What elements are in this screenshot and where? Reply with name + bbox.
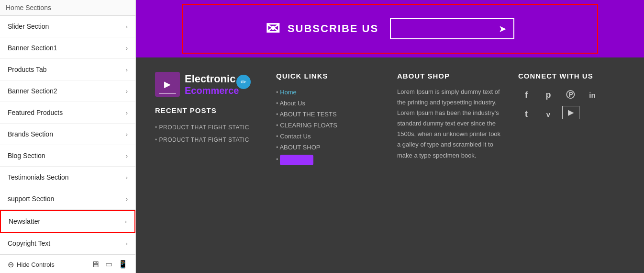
- sidebar-item-copyright-text[interactable]: Copyright Text›: [0, 233, 135, 254]
- contact-link-anchor[interactable]: Contact Us: [280, 133, 311, 140]
- subscribe-banner: ✉ SUBSCRIBE US ➤: [136, 0, 644, 57]
- sidebar-item-slider-section[interactable]: Slider Section›: [0, 16, 135, 37]
- sidebar-item-label: Banner Section2: [8, 87, 57, 95]
- sidebar-item-label: Brands Section: [8, 130, 53, 138]
- footer-quick-links-col: QUICK LINKS Home About Us ABOUT THE TEST…: [276, 72, 383, 259]
- sidebar-item-label: Blog Section: [8, 152, 45, 159]
- brand-logo: ▶ Electronic Ecommerce ✏: [155, 72, 262, 97]
- quick-link-about[interactable]: About Us: [276, 98, 383, 109]
- brand-name-sub: Ecommerce: [185, 85, 239, 96]
- sidebar-items: Slider Section›Banner Section1›Products …: [0, 16, 135, 254]
- sidebar-item-label: Slider Section: [8, 23, 49, 30]
- instagram-icon[interactable]: Ⓟ: [562, 87, 578, 103]
- quick-links-list: Home About Us ABOUT THE TESTS CLEARING F…: [276, 87, 383, 167]
- sidebar-item-label: Banner Section1: [8, 44, 57, 52]
- desktop-view-icon[interactable]: 🖥: [91, 260, 100, 270]
- main-content: ✉ SUBSCRIBE US ➤ ▶ Electronic Ecommerce: [136, 0, 644, 273]
- chevron-icon: ›: [126, 240, 128, 247]
- recent-post-item-2: PRODUCT THAT FIGHT STATIC: [155, 134, 262, 146]
- sidebar-item-label: Featured Products: [8, 109, 63, 116]
- subscribe-label: SUBSCRIBE US: [288, 23, 378, 35]
- quick-link-blob: [276, 153, 383, 167]
- recent-post-item-1: PRODUCT THAT FIGHT STATIC: [155, 121, 262, 134]
- youtube-icon[interactable]: ▶: [562, 106, 579, 119]
- chevron-icon: ›: [126, 152, 128, 159]
- subscribe-title: ✉ SUBSCRIBE US: [266, 19, 378, 39]
- sidebar-item-blog-section[interactable]: Blog Section›: [0, 145, 135, 167]
- mobile-view-icon[interactable]: 📱: [118, 260, 128, 270]
- sidebar-header: Home Sections: [0, 0, 135, 16]
- sidebar-item-products-tab[interactable]: Products Tab›: [0, 59, 135, 80]
- about-link-anchor[interactable]: About Us: [279, 100, 305, 107]
- sidebar-item-brands-section[interactable]: Brands Section›: [0, 124, 135, 145]
- mail-icon: ✉: [266, 19, 281, 39]
- brand-name-main: Electronic: [185, 73, 239, 85]
- sidebar-item-newslatter[interactable]: Newslatter›: [0, 210, 135, 233]
- sidebar-item-label: Testimonials Section: [8, 173, 69, 181]
- monitor-line: [159, 93, 176, 94]
- sidebar-item-label: Copyright Text: [8, 239, 50, 247]
- footer: ▶ Electronic Ecommerce ✏ RECENT POSTS PR…: [136, 57, 644, 273]
- subscribe-input[interactable]: [398, 25, 493, 33]
- hide-controls-label: Hide Controls: [17, 261, 55, 268]
- connect-heading: CONNECT WITH US: [518, 72, 625, 80]
- view-toggle-icons: 🖥 ▭ 📱: [91, 260, 128, 270]
- send-icon[interactable]: ➤: [499, 23, 507, 34]
- tablet-view-icon[interactable]: ▭: [105, 260, 112, 270]
- chevron-icon: ›: [126, 88, 128, 95]
- quick-link-home[interactable]: Home: [276, 87, 383, 98]
- quick-links-heading: QUICK LINKS: [276, 72, 383, 80]
- clearing-floats-link-anchor[interactable]: CLEARING FLOATS: [280, 122, 337, 129]
- circle-arrow-icon: ⊖: [8, 260, 14, 269]
- subscribe-input-box[interactable]: ➤: [390, 18, 514, 39]
- chevron-icon: ›: [126, 66, 128, 73]
- purple-blob: [280, 155, 313, 165]
- social-icons-row2: t v ▶: [518, 106, 625, 122]
- about-tests-link-anchor[interactable]: ABOUT THE TESTS: [279, 111, 336, 118]
- facebook-icon[interactable]: f: [518, 87, 534, 103]
- chevron-icon: ›: [126, 45, 128, 52]
- twitter-icon[interactable]: t: [518, 106, 534, 122]
- sidebar-item-banner-section2[interactable]: Banner Section2›: [0, 80, 135, 102]
- quick-link-contact[interactable]: Contact Us: [276, 131, 383, 142]
- recent-posts-heading: RECENT POSTS: [155, 106, 262, 114]
- sidebar-item-testimonials-section[interactable]: Testimonials Section›: [0, 167, 135, 188]
- chevron-icon: ›: [126, 23, 128, 30]
- home-link-anchor[interactable]: Home: [280, 89, 297, 96]
- chevron-icon: ›: [125, 218, 127, 225]
- footer-brand-col: ▶ Electronic Ecommerce ✏ RECENT POSTS PR…: [155, 72, 262, 259]
- sidebar: Home Sections Slider Section›Banner Sect…: [0, 0, 136, 273]
- sidebar-item-label: support Section: [8, 195, 54, 203]
- brand-text: Electronic Ecommerce: [185, 73, 239, 96]
- chevron-icon: ›: [126, 131, 128, 138]
- recent-posts-list: PRODUCT THAT FIGHT STATIC PRODUCT THAT F…: [155, 121, 262, 146]
- about-shop-heading: ABOUT SHOP: [397, 72, 504, 80]
- chevron-icon: ›: [126, 109, 128, 116]
- subscribe-inner: ✉ SUBSCRIBE US ➤: [182, 4, 598, 54]
- sidebar-item-banner-section1[interactable]: Banner Section1›: [0, 37, 135, 59]
- about-shop-link-anchor[interactable]: ABOUT SHOP: [279, 144, 320, 151]
- footer-connect-col: CONNECT WITH US f p Ⓟ in t v ▶: [518, 72, 625, 259]
- sidebar-item-label: Newslatter: [9, 217, 40, 225]
- chevron-icon: ›: [126, 195, 128, 203]
- chevron-icon: ›: [126, 174, 128, 181]
- quick-link-clearing-floats[interactable]: CLEARING FLOATS: [276, 120, 383, 131]
- edit-icon-circle[interactable]: ✏: [236, 75, 251, 89]
- social-icons-row1: f p Ⓟ in: [518, 87, 625, 103]
- sidebar-item-support-section[interactable]: support Section›: [0, 188, 135, 210]
- vimeo-icon[interactable]: v: [540, 106, 556, 122]
- play-icon: ▶: [164, 79, 171, 90]
- hide-controls-button[interactable]: ⊖ Hide Controls: [8, 260, 55, 269]
- about-shop-text: Lorem Ipsum is simply dummy text of the …: [397, 87, 504, 161]
- quick-link-about-tests[interactable]: ABOUT THE TESTS: [276, 109, 383, 120]
- pinterest-icon[interactable]: p: [540, 87, 556, 103]
- sidebar-bottom-bar: ⊖ Hide Controls 🖥 ▭ 📱: [0, 254, 135, 273]
- footer-about-col: ABOUT SHOP Lorem Ipsum is simply dummy t…: [397, 72, 504, 259]
- sidebar-header-label: Home Sections: [6, 4, 51, 11]
- quick-link-about-shop[interactable]: ABOUT SHOP: [276, 142, 383, 153]
- brand-icon-box: ▶: [155, 72, 180, 97]
- sidebar-item-featured-products[interactable]: Featured Products›: [0, 102, 135, 124]
- sidebar-item-label: Products Tab: [8, 66, 46, 73]
- linkedin-icon[interactable]: in: [584, 87, 600, 103]
